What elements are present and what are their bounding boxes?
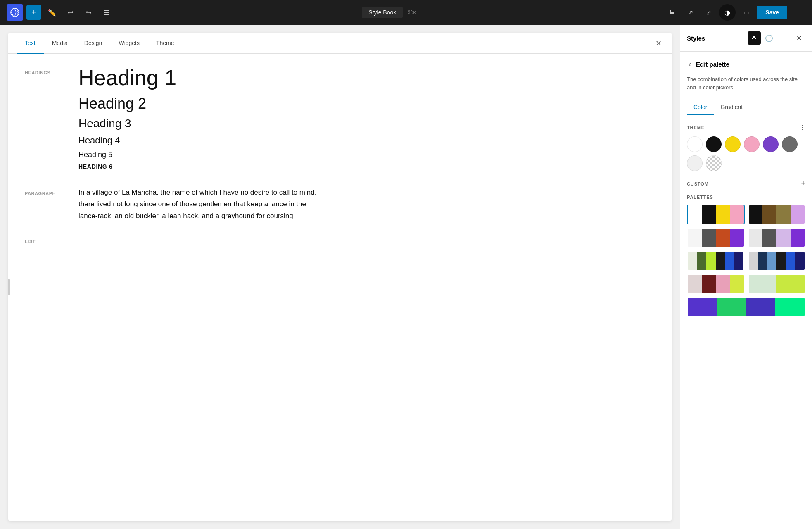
styles-more-button[interactable]: ⋮ — [777, 31, 791, 45]
edit-button[interactable]: ✏️ — [45, 5, 59, 20]
resize-button[interactable]: ⤢ — [701, 5, 716, 20]
styles-history-button[interactable]: 🕑 — [762, 31, 776, 45]
tab-design[interactable]: Design — [76, 33, 111, 54]
toolbar-center: Style Book ⌘K — [117, 7, 661, 18]
palette-swatch — [776, 205, 791, 224]
color-swatch-light-gray[interactable] — [687, 155, 703, 171]
color-gradient-tabs: Color Gradient — [687, 100, 805, 115]
palette-swatch — [716, 229, 730, 247]
headings-label: HEADINGS — [25, 66, 78, 75]
palette-swatch — [776, 252, 786, 270]
custom-section-header: CUSTOM + — [687, 179, 805, 188]
panels-button[interactable]: ▭ — [739, 5, 754, 20]
list-section: LIST — [25, 235, 655, 244]
palette-swatch — [688, 298, 717, 316]
paragraph-section: PARAGRAPH In a village of La Mancha, the… — [25, 187, 655, 223]
theme-section-header: THEME ⋮ — [687, 124, 805, 131]
palettes-grid — [687, 205, 805, 317]
list-label: LIST — [25, 235, 78, 244]
dark-mode-button[interactable]: ◑ — [719, 4, 736, 21]
paragraph-label: PARAGRAPH — [25, 187, 78, 196]
palette-swatch — [697, 252, 707, 270]
tab-widgets[interactable]: Widgets — [110, 33, 148, 54]
heading-5: Heading 5 — [78, 150, 655, 160]
keyboard-shortcut: ⌘K — [408, 10, 417, 16]
palette-swatch — [725, 252, 734, 270]
scroll-indicator — [8, 279, 10, 295]
save-button[interactable]: Save — [757, 6, 787, 19]
style-book-panel: Text Media Design Widgets Theme ✕ HEADIN… — [0, 25, 680, 529]
color-swatch-purple[interactable] — [763, 136, 779, 152]
palette-item-5[interactable] — [687, 251, 745, 271]
more-options-button[interactable]: ⋮ — [791, 5, 805, 20]
color-swatch-yellow[interactable] — [725, 136, 741, 152]
palette-swatch — [702, 205, 716, 224]
palette-swatch — [716, 275, 730, 293]
palette-swatch — [730, 275, 744, 293]
back-button[interactable]: ‹ — [687, 58, 693, 70]
palette-item-8[interactable] — [748, 274, 806, 294]
palette-swatch — [786, 252, 795, 270]
close-stylebook-button[interactable]: ✕ — [654, 37, 663, 50]
styles-close-button[interactable]: ✕ — [792, 31, 805, 45]
palette-swatch — [730, 205, 744, 224]
tabs-bar: Text Media Design Widgets Theme ✕ — [8, 33, 672, 54]
palette-item-2[interactable] — [748, 205, 806, 224]
styles-title: Styles — [687, 35, 748, 42]
menu-button[interactable]: ☰ — [99, 5, 114, 20]
palette-item-7[interactable] — [687, 274, 745, 294]
palette-swatch — [776, 275, 805, 293]
wp-logo — [7, 4, 23, 21]
palette-swatch — [749, 275, 777, 293]
palette-item-4[interactable] — [748, 228, 806, 248]
palette-swatch — [688, 275, 702, 293]
styles-content: ‹ Edit palette The combination of colors… — [680, 52, 812, 529]
theme-section-menu[interactable]: ⋮ — [799, 124, 805, 131]
styles-eye-button[interactable]: 👁 — [748, 31, 761, 45]
view-button[interactable]: 🖥 — [665, 5, 679, 20]
edit-palette-header: ‹ Edit palette — [687, 58, 805, 70]
tab-text[interactable]: Text — [17, 33, 44, 54]
palette-swatch — [716, 252, 725, 270]
palette-swatch — [791, 205, 805, 224]
add-custom-color-button[interactable]: + — [801, 179, 805, 188]
external-link-button[interactable]: ↗ — [683, 5, 698, 20]
palette-swatch — [746, 298, 776, 316]
heading-6: HEADING 6 — [78, 163, 655, 171]
content-area: HEADINGS Heading 1 Heading 2 Heading 3 H… — [8, 54, 672, 521]
toolbar-right: 🖥 ↗ ⤢ ◑ ▭ Save ⋮ — [665, 4, 805, 21]
heading-4: Heading 4 — [78, 135, 655, 147]
palette-swatch — [734, 252, 744, 270]
tab-theme[interactable]: Theme — [148, 33, 183, 54]
color-swatch-pink[interactable] — [744, 136, 760, 152]
redo-button[interactable]: ↪ — [81, 5, 96, 20]
color-swatch-checker[interactable] — [706, 155, 722, 171]
palette-swatch — [762, 205, 776, 224]
styles-panel: Styles 👁 🕑 ⋮ ✕ ‹ Edit palette The combin… — [680, 25, 812, 529]
edit-palette-title: Edit palette — [696, 61, 729, 68]
palette-swatch — [795, 252, 805, 270]
color-swatch-black[interactable] — [706, 136, 722, 152]
palette-swatch — [706, 252, 716, 270]
main-area: Text Media Design Widgets Theme ✕ HEADIN… — [0, 25, 812, 529]
undo-button[interactable]: ↩ — [63, 5, 78, 20]
headings-content: Heading 1 Heading 2 Heading 3 Heading 4 … — [78, 66, 655, 174]
add-block-button[interactable]: + — [26, 5, 41, 20]
heading-1: Heading 1 — [78, 66, 655, 90]
color-swatch-gray[interactable] — [782, 136, 798, 152]
palette-item-9[interactable] — [687, 297, 805, 317]
palette-item-3[interactable] — [687, 228, 745, 248]
palette-item-6[interactable] — [748, 251, 806, 271]
palette-item-1[interactable] — [687, 205, 745, 224]
paragraph-content: In a village of La Mancha, the name of w… — [78, 187, 655, 223]
palette-swatch — [749, 229, 763, 247]
color-swatch-white[interactable] — [687, 136, 703, 152]
gradient-tab[interactable]: Gradient — [714, 100, 749, 115]
palette-swatch — [776, 229, 791, 247]
palette-swatch — [767, 252, 777, 270]
color-tab[interactable]: Color — [687, 100, 714, 115]
palette-swatch — [749, 205, 763, 224]
tab-media[interactable]: Media — [44, 33, 76, 54]
heading-2: Heading 2 — [78, 95, 655, 112]
palette-swatch — [749, 252, 758, 270]
